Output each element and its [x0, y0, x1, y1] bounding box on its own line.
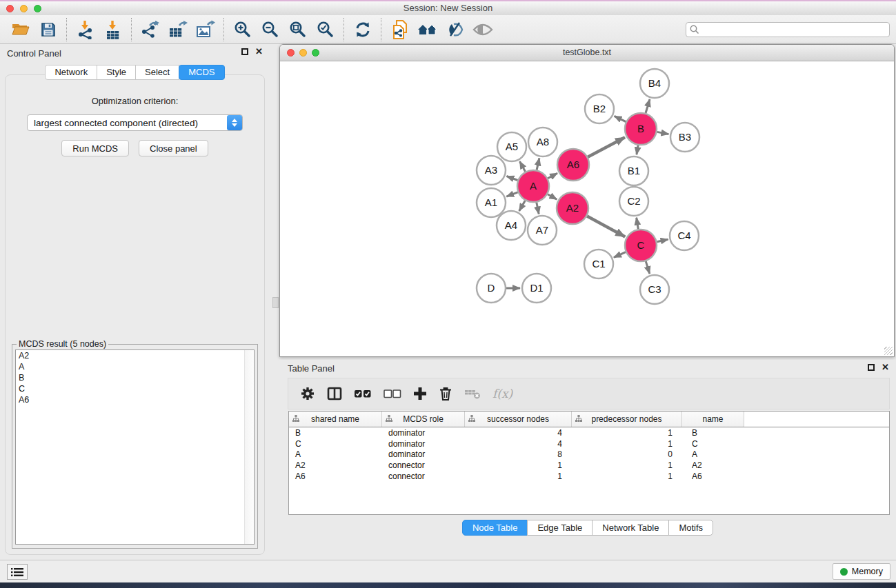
cell-shared-name[interactable]: B [289, 428, 382, 438]
cell-predecessor-nodes[interactable]: 1 [572, 472, 682, 481]
cell-shared-name[interactable]: A [289, 449, 382, 459]
cell-name[interactable]: A2 [682, 460, 744, 470]
graph-edge-B-B1[interactable] [637, 145, 638, 155]
import-table-icon[interactable] [99, 18, 127, 41]
tab-select[interactable]: Select [135, 65, 179, 80]
graph-node-A2[interactable]: A2 [557, 192, 588, 224]
deselect-all-icon[interactable] [384, 388, 401, 399]
cell-successor-nodes[interactable]: 1 [465, 472, 572, 481]
cell-MCDS-role[interactable]: dominator [382, 439, 465, 449]
graph-edge-A-A2[interactable] [548, 194, 557, 200]
column-header-name[interactable]: name [682, 412, 744, 427]
split-table-icon[interactable] [327, 386, 342, 401]
graph-edge-A-A7[interactable] [537, 203, 539, 214]
cell-MCDS-role[interactable]: connector [382, 460, 465, 470]
mcds-result-list[interactable]: A2ABCA6 [15, 349, 255, 545]
cell-name[interactable]: B [682, 428, 744, 438]
graph-node-A6[interactable]: A6 [557, 149, 589, 181]
table-row[interactable]: A2connector11A2 [289, 460, 889, 471]
close-panel-button[interactable]: Close panel [139, 140, 208, 156]
cell-predecessor-nodes[interactable]: 1 [572, 439, 682, 449]
import-network-icon[interactable] [72, 18, 99, 41]
cell-shared-name[interactable]: C [289, 439, 382, 449]
cell-MCDS-role[interactable]: dominator [382, 449, 465, 459]
graph-node-A7[interactable]: A7 [528, 216, 557, 245]
cell-name[interactable]: C [682, 439, 744, 449]
home-layout-icon[interactable] [414, 18, 441, 41]
export-image-icon[interactable] [192, 18, 219, 41]
task-history-button[interactable] [7, 564, 28, 580]
graph-node-B[interactable]: B [625, 113, 657, 145]
graph-node-C3[interactable]: C3 [640, 275, 669, 304]
cell-successor-nodes[interactable]: 4 [465, 428, 572, 438]
result-item-A[interactable]: A [16, 361, 254, 372]
float-table-panel-icon[interactable] [868, 364, 875, 371]
graph-node-A8[interactable]: A8 [528, 128, 557, 156]
cell-predecessor-nodes[interactable]: 0 [572, 449, 682, 459]
eye-icon[interactable] [469, 18, 497, 41]
column-header-predecessor-nodes[interactable]: predecessor nodes [572, 412, 682, 427]
float-panel-icon[interactable] [241, 48, 248, 55]
zoom-selected-icon[interactable] [312, 18, 339, 41]
graph-edge-C-C4[interactable] [657, 239, 668, 242]
tab-edge-table[interactable]: Edge Table [527, 520, 593, 536]
result-item-C[interactable]: C [16, 383, 254, 394]
run-mcds-button[interactable]: Run MCDS [61, 140, 129, 156]
graph-node-B1[interactable]: B1 [619, 156, 648, 185]
table-row[interactable]: Bdominator41B [289, 427, 889, 438]
graph-edge-A-A6[interactable] [548, 173, 557, 178]
function-builder-icon[interactable]: f(x) [492, 387, 512, 401]
graph-node-B3[interactable]: B3 [670, 123, 699, 152]
graph-node-C4[interactable]: C4 [670, 221, 699, 250]
cell-shared-name[interactable]: A2 [289, 460, 382, 470]
export-network-icon[interactable] [137, 18, 164, 41]
graph-node-A5[interactable]: A5 [497, 132, 526, 161]
node-table[interactable]: shared name MCDS role successor nodes pr… [288, 411, 890, 515]
graph-edge-A-A4[interactable] [519, 201, 526, 211]
graph-node-A1[interactable]: A1 [477, 188, 506, 217]
tab-style[interactable]: Style [97, 65, 136, 80]
criterion-select[interactable]: largest connected component (directed) [27, 114, 243, 131]
table-row[interactable]: Cdominator41C [289, 438, 889, 449]
graph-node-C[interactable]: C [625, 230, 657, 261]
graph-node-A[interactable]: A [517, 170, 549, 202]
table-row[interactable]: Adominator80A [289, 449, 889, 460]
select-all-icon[interactable] [354, 388, 372, 399]
graph-edge-B-B3[interactable] [657, 132, 669, 134]
table-row[interactable]: A6connector11A6 [289, 471, 889, 482]
result-item-A6[interactable]: A6 [16, 394, 254, 405]
cell-successor-nodes[interactable]: 4 [465, 439, 572, 449]
graph-edge-A6-B[interactable] [588, 137, 625, 157]
graph-node-A3[interactable]: A3 [477, 156, 506, 185]
graph-edge-A-A8[interactable] [537, 158, 539, 170]
cell-name[interactable]: A [682, 449, 744, 459]
cell-MCDS-role[interactable]: connector [382, 472, 465, 481]
graph-edge-B-B2[interactable] [615, 116, 626, 121]
network-graph[interactable]: B4 B2 B3 A8 A5 A3 B1 C2 A1 A4 A7 C4 C1 C… [281, 61, 893, 356]
search-input[interactable] [686, 22, 890, 37]
result-item-A2[interactable]: A2 [16, 350, 254, 361]
graph-node-D1[interactable]: D1 [522, 274, 551, 303]
network-window-titlebar[interactable]: testGlobe.txt [280, 45, 894, 61]
refresh-layout-icon[interactable] [349, 18, 377, 41]
open-file-icon[interactable] [7, 18, 34, 41]
close-panel-icon[interactable]: ✕ [255, 48, 263, 56]
delete-table-icon[interactable] [464, 387, 481, 401]
zoom-out-icon[interactable] [257, 18, 284, 41]
graph-node-C1[interactable]: C1 [584, 250, 613, 278]
cell-shared-name[interactable]: A6 [289, 472, 382, 481]
save-session-icon[interactable] [34, 18, 62, 41]
add-row-icon[interactable] [413, 387, 427, 401]
graph-edge-C-C1[interactable] [614, 252, 626, 258]
graph-edge-A-A1[interactable] [506, 192, 517, 196]
graph-node-B2[interactable]: B2 [585, 94, 614, 123]
graph-node-A4[interactable]: A4 [497, 211, 526, 240]
graph-edge-A-A5[interactable] [520, 161, 526, 172]
graph-edge-C-C2[interactable] [637, 218, 639, 230]
close-table-panel-icon[interactable]: ✕ [882, 363, 889, 372]
resize-grip[interactable] [884, 347, 893, 355]
cell-predecessor-nodes[interactable]: 1 [572, 460, 682, 470]
cell-name[interactable]: A6 [682, 472, 744, 481]
graph-edge-C-C3[interactable] [646, 261, 650, 274]
memory-button[interactable]: Memory [833, 563, 890, 580]
